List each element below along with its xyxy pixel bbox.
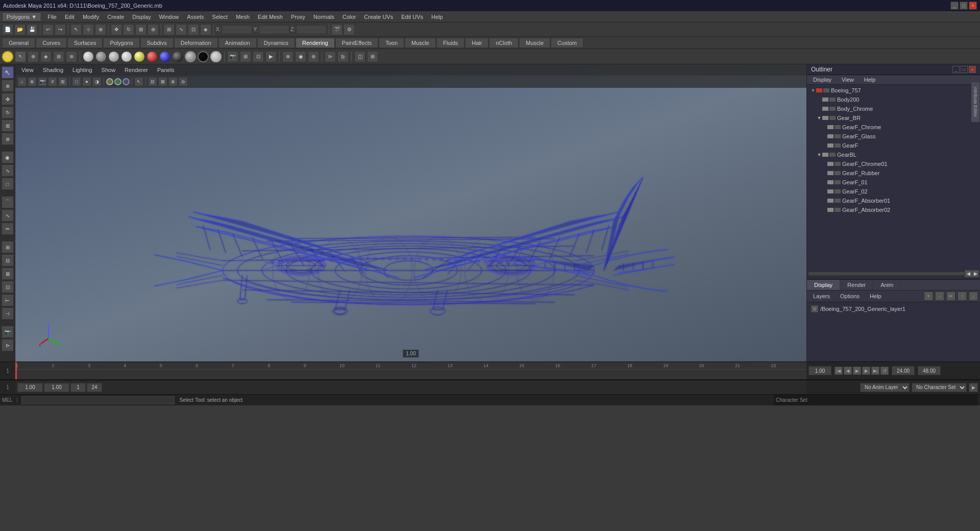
shelf-sphere9[interactable] bbox=[185, 51, 196, 62]
outliner-item-gearfabsorber02[interactable]: GearF_Absorber02 bbox=[807, 205, 980, 214]
shelf-misc2[interactable]: ⊞ bbox=[367, 51, 378, 62]
close-button[interactable]: × bbox=[969, 2, 977, 10]
skip-end-btn[interactable]: ▶| bbox=[871, 367, 879, 375]
bottom-frame-input[interactable] bbox=[70, 383, 86, 392]
vp-snap-btn[interactable]: ⊞ bbox=[58, 77, 67, 86]
minimize-button[interactable]: _ bbox=[950, 2, 959, 10]
deformer-left[interactable]: ⊳ bbox=[2, 339, 14, 351]
outliner-item-gearbl[interactable]: ▼ GearBL bbox=[807, 150, 980, 159]
snap-grid-button[interactable]: ⊞ bbox=[163, 24, 175, 35]
menu-color[interactable]: Color bbox=[338, 13, 360, 21]
menu-edit-uvs[interactable]: Edit UVs bbox=[397, 13, 427, 21]
vp-menu-shading[interactable]: Shading bbox=[39, 66, 67, 74]
outliner-item-gearf02[interactable]: GearF_02 bbox=[807, 187, 980, 196]
tab-surfaces[interactable]: Surfaces bbox=[67, 38, 103, 48]
outliner-item-body200[interactable]: Body200 bbox=[807, 95, 980, 104]
pencil-left[interactable]: ✏ bbox=[2, 223, 14, 235]
snap-view-button[interactable]: ◈ bbox=[200, 24, 211, 35]
bottom-end-frame[interactable] bbox=[87, 383, 102, 392]
paint-select-button[interactable]: ⊕ bbox=[95, 24, 106, 35]
tab-ncloth[interactable]: nCloth bbox=[489, 38, 519, 48]
snap-point-button[interactable]: ⊡ bbox=[188, 24, 199, 35]
outliner-scrollbar-h[interactable]: ◀ ▶ bbox=[807, 269, 980, 279]
tab-polygons[interactable]: Polygons bbox=[103, 38, 139, 48]
new-scene-button[interactable]: 📄 bbox=[2, 24, 13, 35]
vp-zoom-in-btn[interactable]: ⊕ bbox=[168, 77, 178, 86]
main-viewport[interactable]: View Shading Lighting Show Renderer Pane… bbox=[15, 64, 806, 361]
layers-menu-help[interactable]: Help bbox=[866, 293, 886, 300]
layers-move-up-btn[interactable]: ↑ bbox=[958, 292, 967, 301]
render-button[interactable]: 🎬 bbox=[331, 24, 342, 35]
select-tool-button[interactable]: ↖ bbox=[70, 24, 82, 35]
tab-subdivs[interactable]: Subdivs bbox=[140, 38, 174, 48]
menu-proxy[interactable]: Proxy bbox=[287, 13, 309, 21]
anim-max-input[interactable] bbox=[918, 366, 941, 375]
shelf-select-button[interactable]: ↖ bbox=[15, 51, 26, 62]
y-coord-input[interactable] bbox=[259, 25, 289, 34]
layers-delete-btn[interactable]: - bbox=[935, 292, 944, 301]
tab-custom[interactable]: Custom bbox=[551, 38, 583, 48]
tab-toon[interactable]: Toon bbox=[379, 38, 404, 48]
outliner-minimize-btn[interactable]: _ bbox=[952, 66, 960, 73]
menu-select[interactable]: Select bbox=[208, 13, 232, 21]
rotate-tool-left[interactable]: ↻ bbox=[2, 106, 14, 118]
menu-edit-mesh[interactable]: Edit Mesh bbox=[254, 13, 287, 21]
tab-curves[interactable]: Curves bbox=[36, 38, 67, 48]
outliner-maximize-btn[interactable]: □ bbox=[961, 66, 968, 73]
lasso-left[interactable]: ∿ bbox=[2, 164, 14, 177]
outliner-menu-help[interactable]: Help bbox=[860, 76, 880, 83]
shelf-sphere7[interactable] bbox=[159, 51, 170, 62]
shelf-sphere4[interactable] bbox=[121, 51, 132, 62]
shelf-tool4[interactable]: ◈ bbox=[40, 51, 52, 62]
vp-menu-lighting[interactable]: Lighting bbox=[68, 66, 96, 74]
layout6-left[interactable]: ⊣ bbox=[2, 307, 14, 320]
scale-tool-left[interactable]: ⊞ bbox=[2, 119, 14, 132]
maximize-button[interactable]: □ bbox=[960, 2, 968, 10]
vp-menu-show[interactable]: Show bbox=[97, 66, 120, 74]
render-settings-button[interactable]: ⚙ bbox=[344, 24, 355, 35]
bottom-step-input[interactable] bbox=[44, 383, 69, 392]
outliner-menu-display[interactable]: Display bbox=[809, 76, 836, 83]
vp-light-btn[interactable] bbox=[106, 78, 113, 85]
layout5-left[interactable]: ⊢ bbox=[2, 294, 14, 306]
shelf-fx3[interactable]: ⊛ bbox=[308, 51, 319, 62]
vp-fit-btn[interactable]: ⊠ bbox=[158, 77, 167, 86]
marquee-left[interactable]: □ bbox=[2, 178, 14, 190]
save-button[interactable]: 💾 bbox=[27, 24, 38, 35]
layout4-left[interactable]: ⊡ bbox=[2, 281, 14, 293]
tab-hair[interactable]: Hair bbox=[465, 38, 488, 48]
vp-grid-btn[interactable]: # bbox=[48, 77, 57, 86]
vp-light2-btn[interactable] bbox=[114, 78, 121, 85]
outliner-item-gearfrubber[interactable]: GearF_Rubber bbox=[807, 168, 980, 178]
current-time-input[interactable] bbox=[808, 366, 831, 375]
shelf-misc1[interactable]: ◫ bbox=[354, 51, 365, 62]
outliner-item-gearfchrome[interactable]: GearF_Chrome bbox=[807, 123, 980, 132]
menu-modify[interactable]: Modify bbox=[79, 13, 103, 21]
snap-curve-button[interactable]: ∿ bbox=[176, 24, 187, 35]
show-manipulator-left[interactable]: ⊛ bbox=[2, 133, 14, 145]
shelf-sphere3[interactable] bbox=[108, 51, 119, 62]
play-btn[interactable]: ▶ bbox=[853, 367, 861, 375]
tab-anim[interactable]: Anim bbox=[873, 280, 901, 290]
paint-select-left[interactable]: ⊕ bbox=[2, 80, 14, 92]
shelf-light-button[interactable]: ☀ bbox=[2, 51, 13, 62]
outliner-item-gearfglass[interactable]: GearF_Glass bbox=[807, 132, 980, 141]
menu-window[interactable]: Window bbox=[155, 13, 183, 21]
soft-select-left[interactable]: ◉ bbox=[2, 151, 14, 163]
menu-normals[interactable]: Normals bbox=[309, 13, 338, 21]
open-button[interactable]: 📂 bbox=[14, 24, 26, 35]
tab-muscle2[interactable]: Muscle bbox=[519, 38, 550, 48]
menu-create-uvs[interactable]: Create UVs bbox=[360, 13, 397, 21]
shelf-sphere6[interactable] bbox=[146, 51, 158, 62]
vp-zoom-btn[interactable]: ⊕ bbox=[28, 77, 37, 86]
shelf-sphere2[interactable] bbox=[95, 51, 107, 62]
layers-edit-btn[interactable]: ✏ bbox=[946, 292, 955, 301]
outliner-close-btn[interactable]: × bbox=[969, 66, 976, 73]
next-frame-btn[interactable]: ▶ bbox=[862, 367, 870, 375]
vp-light3-btn[interactable] bbox=[122, 78, 130, 85]
ep-curve-left[interactable]: ∿ bbox=[2, 209, 14, 222]
redo-button[interactable]: ↪ bbox=[55, 24, 66, 35]
shelf-sphere10[interactable] bbox=[198, 51, 209, 62]
layout2-left[interactable]: ⊟ bbox=[2, 254, 14, 267]
shelf-render-seq[interactable]: ⊡ bbox=[253, 51, 264, 62]
